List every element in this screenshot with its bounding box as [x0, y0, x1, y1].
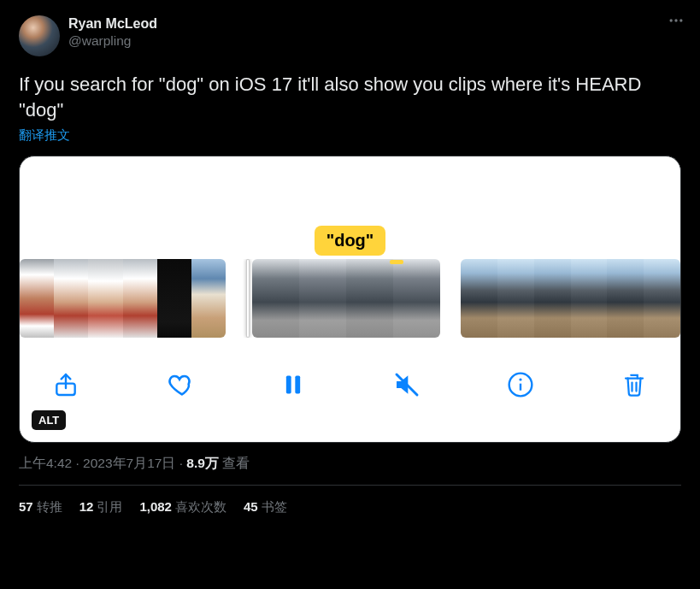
- tweet-time[interactable]: 上午4:42: [19, 456, 72, 470]
- tweet-date[interactable]: 2023年7月17日: [83, 456, 175, 470]
- caption-row: "dog": [20, 156, 680, 259]
- speaker-muted-icon: [393, 371, 421, 398]
- svg-point-2: [679, 19, 682, 21]
- clip-group-2[interactable]: [246, 259, 440, 338]
- video-frame: [534, 259, 571, 338]
- video-frame: [497, 259, 534, 338]
- video-frame: [157, 259, 191, 338]
- svg-point-1: [674, 19, 677, 21]
- tweet-text: If you search for "dog" on iOS 17 it'll …: [19, 72, 681, 122]
- trash-icon: [621, 372, 647, 398]
- engagement-stats: 57转推 12引用 1,082喜欢次数 45书签: [19, 486, 681, 515]
- more-options-button[interactable]: [668, 12, 685, 33]
- video-frame: [299, 259, 346, 338]
- pause-button[interactable]: [276, 368, 310, 402]
- user-info[interactable]: Ryan McLeod @warpling: [68, 15, 157, 49]
- delete-button[interactable]: [617, 368, 651, 402]
- timeline-marker: [390, 260, 403, 264]
- video-frame: [346, 259, 393, 338]
- clip-group-1[interactable]: [20, 259, 226, 338]
- video-frame: [252, 259, 299, 338]
- user-handle: @warpling: [68, 32, 157, 49]
- tweet-container: Ryan McLeod @warpling If you search for …: [3, 3, 697, 515]
- video-frame: [461, 259, 497, 338]
- tweet-meta: 上午4:42 · 2023年7月17日 · 8.9万 查看: [19, 455, 681, 473]
- info-button[interactable]: [503, 368, 538, 402]
- share-button[interactable]: [49, 368, 83, 402]
- alt-badge[interactable]: ALT: [32, 410, 66, 430]
- video-frame: [607, 259, 644, 338]
- svg-rect-4: [286, 376, 291, 394]
- ellipsis-icon: [668, 12, 685, 29]
- tweet-header: Ryan McLeod @warpling: [19, 15, 681, 56]
- view-label: 查看: [219, 456, 250, 470]
- clip-group-3[interactable]: [461, 259, 680, 338]
- heart-icon: [165, 370, 194, 399]
- avatar[interactable]: [19, 15, 60, 56]
- retweets-stat[interactable]: 57转推: [19, 499, 62, 515]
- quotes-stat[interactable]: 12引用: [79, 499, 123, 515]
- media-toolbar: [20, 338, 680, 415]
- media-attachment[interactable]: "dog": [19, 156, 681, 443]
- translate-link[interactable]: 翻译推文: [19, 127, 681, 144]
- display-name: Ryan McLeod: [68, 15, 157, 32]
- mute-button[interactable]: [390, 368, 424, 402]
- video-frame: [20, 259, 54, 338]
- video-frame: [571, 259, 608, 338]
- pause-icon: [281, 373, 305, 397]
- video-frame: [54, 259, 88, 338]
- bookmarks-stat[interactable]: 45书签: [244, 499, 287, 515]
- like-button[interactable]: [162, 368, 197, 402]
- share-icon: [52, 371, 79, 398]
- svg-point-9: [519, 379, 521, 381]
- view-count: 8.9万: [186, 456, 219, 470]
- info-icon: [507, 371, 534, 398]
- svg-point-0: [670, 19, 673, 21]
- video-frame: [191, 259, 226, 338]
- video-frame: [88, 259, 122, 338]
- svg-rect-5: [295, 376, 300, 394]
- video-frame: [123, 259, 157, 338]
- caption-bubble: "dog": [315, 226, 386, 256]
- playhead[interactable]: [246, 259, 250, 338]
- video-frame: [393, 259, 440, 338]
- video-timeline[interactable]: [20, 259, 680, 338]
- video-frame: [644, 259, 680, 338]
- likes-stat[interactable]: 1,082喜欢次数: [139, 499, 226, 515]
